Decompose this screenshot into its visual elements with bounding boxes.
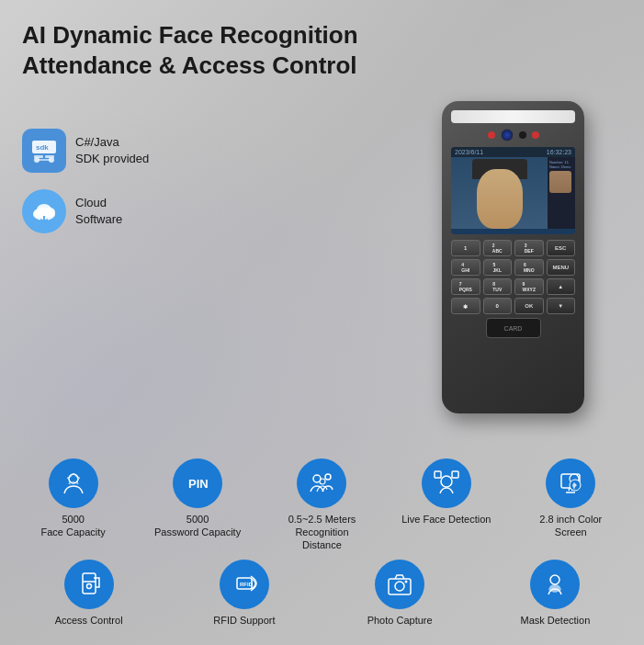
cloud-icon-box (22, 189, 66, 233)
svg-text:sdk: sdk (36, 143, 49, 152)
card-label: CARD (504, 325, 523, 332)
cloud-label: Cloud Software (75, 195, 122, 228)
distance-feature: 0.5~2.5 MetersRecognition Distance (276, 458, 367, 552)
mask-detection-label: Mask Detection (520, 614, 590, 627)
svg-point-10 (37, 204, 51, 215)
key-3[interactable]: 3DEF (514, 240, 544, 256)
red-dot-right (532, 131, 539, 139)
key-5[interactable]: 5JKL (483, 259, 513, 276)
svg-point-19 (320, 479, 325, 484)
device-top-bar (451, 110, 575, 123)
card-area: CARD (486, 318, 541, 338)
access-control-icon (64, 560, 114, 609)
svg-point-35 (550, 575, 559, 584)
rfid-label: RFID Support (213, 614, 275, 627)
device: 2023/6/11 16:32:23 Number: 11Name: Demo (442, 101, 584, 413)
color-screen-feature: 2.8 inch Color Screen (525, 458, 616, 539)
screen-date: 2023/6/11 (455, 149, 483, 155)
cloud-icon (28, 196, 60, 227)
key-2[interactable]: 2ABC (483, 240, 513, 256)
key-9[interactable]: 9WXYZ (514, 278, 544, 295)
screen-header: 2023/6/11 16:32:23 (451, 147, 575, 157)
key-esc[interactable]: ESC (547, 240, 576, 256)
cloud-feature: Cloud Software (22, 189, 149, 233)
pin-feature: PIN 5000Password Capacity (152, 458, 243, 539)
key-4[interactable]: 4GHI (451, 259, 480, 276)
svg-point-18 (325, 474, 331, 480)
page-wrapper: AI Dynamic Face Recognition Attendance &… (0, 0, 644, 645)
device-keypad: 1 2ABC 3DEF ESC 4GHI 5JKL 6MNO MENU 7PQR… (451, 240, 575, 314)
face-main (451, 157, 548, 229)
rfid-feature: RFID RFID Support (198, 560, 290, 627)
key-menu[interactable]: MENU (547, 259, 576, 276)
rfid-icon: RFID (220, 560, 269, 609)
key-ok[interactable]: OK (514, 298, 544, 314)
svg-text:RFID: RFID (240, 582, 254, 587)
distance-icon (297, 458, 346, 508)
key-down[interactable]: ▼ (547, 298, 576, 314)
live-face-feature: Live Face Detection (401, 458, 492, 526)
pin-icon: PIN (173, 458, 222, 508)
main-title: AI Dynamic Face Recognition Attendance &… (22, 20, 622, 80)
features-row-2: Access Control RFID RFID Support (15, 560, 629, 627)
screen-time: 16:32:23 (547, 149, 571, 155)
key-0[interactable]: 0 (483, 298, 513, 314)
color-screen-icon (546, 458, 595, 508)
color-screen-label: 2.8 inch Color Screen (525, 513, 616, 539)
live-face-label: Live Face Detection (401, 513, 491, 526)
face-shape (477, 169, 523, 229)
svg-point-29 (86, 583, 91, 588)
sdk-feature: sdk C#/Java SDK provided (22, 129, 149, 173)
side-text: Number: 11Name: Demo (549, 160, 573, 169)
key-1[interactable]: 1 (451, 240, 480, 256)
access-control-label: Access Control (55, 614, 123, 627)
svg-rect-21 (435, 471, 441, 478)
distance-label: 0.5~2.5 MetersRecognition Distance (276, 513, 367, 552)
mask-detection-icon (530, 560, 580, 609)
features-row-1: 50005000 Face CapacityFace Capacity PIN … (15, 458, 629, 552)
sensor-dot (519, 131, 526, 139)
face-capacity-feature: 50005000 Face CapacityFace Capacity (28, 458, 119, 539)
sdk-icon: sdk (28, 135, 60, 166)
mask-detection-feature: Mask Detection (509, 560, 601, 627)
key-star[interactable]: ✱ (451, 298, 480, 314)
key-up[interactable]: ▲ (547, 278, 576, 295)
sdk-icon-box: sdk (22, 129, 66, 173)
camera-lens (501, 129, 514, 141)
sdk-label: C#/Java SDK provided (75, 134, 149, 167)
live-face-icon (422, 458, 471, 508)
red-dot-left (488, 131, 495, 139)
access-control-feature: Access Control (43, 560, 135, 627)
device-container: 2023/6/11 16:32:23 Number: 11Name: Demo (442, 101, 589, 413)
bottom-features: 50005000 Face CapacityFace Capacity PIN … (0, 458, 644, 634)
key-7[interactable]: 7PQRS (451, 278, 480, 295)
face-capacity-icon (49, 458, 98, 508)
photo-capture-feature: Photo Capture (354, 560, 446, 627)
pin-label: 5000Password Capacity (154, 513, 241, 539)
svg-point-33 (395, 582, 404, 591)
face-capacity-label: 50005000 Face CapacityFace Capacity (41, 513, 106, 539)
svg-point-34 (405, 580, 408, 583)
svg-rect-22 (452, 471, 458, 478)
left-features: sdk C#/Java SDK provided (22, 129, 149, 233)
key-6[interactable]: 6MNO (514, 259, 544, 276)
face-side-panel: Number: 11Name: Demo (548, 157, 575, 229)
key-8[interactable]: 8TUV (483, 278, 513, 295)
screen-face-area: Number: 11Name: Demo (451, 157, 575, 229)
photo-capture-label: Photo Capture (367, 614, 433, 627)
device-screen: 2023/6/11 16:32:23 Number: 11Name: Demo (451, 147, 575, 234)
camera-row (451, 129, 575, 141)
svg-point-20 (441, 476, 452, 487)
svg-rect-6 (38, 159, 51, 161)
face-thumbnail (549, 171, 571, 193)
header: AI Dynamic Face Recognition Attendance &… (0, 0, 644, 89)
photo-capture-icon (375, 560, 424, 609)
svg-text:PIN: PIN (188, 477, 209, 491)
